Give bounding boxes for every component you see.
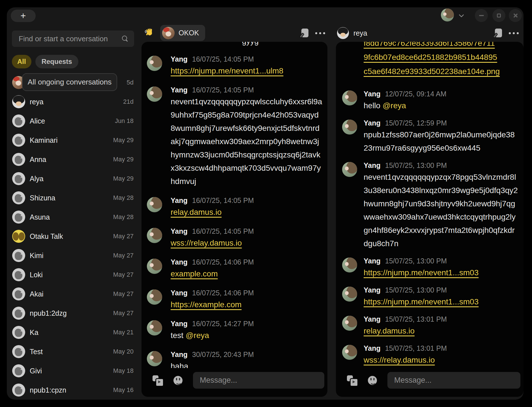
message-author-avatar[interactable] xyxy=(342,316,357,331)
clipped-message-link: f8dd769c762fe83393d6f13586/7e7119fc6b07e… xyxy=(364,42,518,79)
notes-icon[interactable] xyxy=(495,29,502,37)
media-attachment-icon[interactable] xyxy=(347,375,357,386)
more-options-icon[interactable] xyxy=(509,32,519,34)
message-author[interactable]: Yang xyxy=(171,350,188,359)
conversation-date: 21d xyxy=(123,98,134,105)
conversation-list-item[interactable]: Alya May 29 xyxy=(7,169,141,188)
user-mention[interactable]: @reya xyxy=(186,331,209,340)
message-link[interactable]: example.com xyxy=(171,269,218,278)
message-author[interactable]: Yang xyxy=(171,196,188,205)
chat-message: Yang 12/07/25, 09:14 AM hello @reya xyxy=(342,90,518,112)
chat-title-user[interactable]: reya xyxy=(337,27,367,39)
message-author-avatar[interactable] xyxy=(147,56,162,71)
conversation-date: May 27 xyxy=(113,271,134,278)
message-author-avatar[interactable] xyxy=(342,345,357,360)
chat-message: Yang 16/07/25, 14:06 PM example.com xyxy=(147,258,322,280)
message-input[interactable] xyxy=(387,372,520,389)
conversation-list-item[interactable]: Shizuna May 28 xyxy=(7,188,141,207)
conversation-list-item[interactable]: Otaku Talk May 27 xyxy=(7,227,141,246)
message-composer xyxy=(336,368,524,394)
message-author[interactable]: Yang xyxy=(364,90,381,98)
conversation-list-item[interactable]: npub1:cpzn May 16 xyxy=(7,380,141,400)
new-conversation-button[interactable]: + xyxy=(11,10,36,22)
emoji-icon[interactable] xyxy=(368,376,377,385)
message-text: https://njump.me/nevent1...sm03 xyxy=(364,295,479,308)
conversation-date: May 20 xyxy=(113,348,134,355)
message-link[interactable]: https://example.com xyxy=(171,300,242,309)
conversation-list-item[interactable]: Akai May 27 xyxy=(7,284,141,304)
chat-title: reya xyxy=(353,29,367,37)
message-link[interactable]: wss://relay.damus.io xyxy=(171,239,242,247)
message-link[interactable]: https://njump.me/nevent1...sm03 xyxy=(364,268,479,277)
message-input[interactable] xyxy=(193,372,324,389)
message-link[interactable]: f8dd769c762fe83393d6f13586/7e711 xyxy=(364,42,495,47)
conversation-date: May 16 xyxy=(113,386,134,394)
message-author[interactable]: Yang xyxy=(364,161,381,170)
message-link[interactable]: relay.damus.io xyxy=(171,208,222,217)
tab-requests[interactable]: Requests xyxy=(35,55,78,68)
conversation-avatar xyxy=(12,345,25,358)
conversation-date: May 18 xyxy=(113,367,134,374)
conversation-list-item[interactable]: Test May 20 xyxy=(7,342,141,361)
conversation-list-item[interactable]: Anna May 29 xyxy=(7,150,141,169)
message-author-avatar[interactable] xyxy=(342,287,357,302)
conversation-name: Ka xyxy=(30,328,109,337)
conversation-list-item[interactable]: npub1:2dzg May 27 xyxy=(7,304,141,323)
conversation-list-item[interactable]: Alice Jun 18 xyxy=(7,111,141,131)
message-author-avatar[interactable] xyxy=(147,228,162,243)
message-author-avatar[interactable] xyxy=(342,257,357,272)
message-author-avatar[interactable] xyxy=(342,90,357,105)
emoji-icon[interactable] xyxy=(173,376,183,385)
tab-all[interactable]: All xyxy=(12,55,31,68)
chat-title-pill[interactable]: OKOK xyxy=(160,25,205,41)
message-author-avatar[interactable] xyxy=(147,289,162,305)
message-author[interactable]: Yang xyxy=(171,86,188,94)
message-author[interactable]: Yang xyxy=(171,320,188,328)
message-author-avatar[interactable] xyxy=(342,120,357,135)
message-author[interactable]: Yang xyxy=(364,119,381,127)
message-text: wss://relay.damus.io xyxy=(364,353,447,367)
more-options-icon[interactable] xyxy=(315,32,325,34)
conversation-list-item[interactable]: Ka May 21 xyxy=(7,323,141,342)
message-plain-text: npub1zfss807aer0j26mwp2la0ume0jqde3823rm… xyxy=(364,130,515,152)
message-link[interactable]: c5ae6f482e93933d502238ae104e.png xyxy=(364,67,500,76)
search-input[interactable] xyxy=(19,34,122,43)
message-author[interactable]: Yang xyxy=(171,258,188,266)
conversation-date: May 28 xyxy=(113,194,134,202)
conversation-list-item[interactable]: Kimi May 27 xyxy=(7,246,141,265)
conversation-list-item[interactable]: Kaminari May 29 xyxy=(7,131,141,150)
message-author[interactable]: Yang xyxy=(171,227,188,235)
message-author[interactable]: Yang xyxy=(364,315,381,323)
conversation-list-item[interactable]: reya 21d xyxy=(7,92,141,111)
message-link[interactable]: 9fc6b07ed8ce6d251882b9851b44895 xyxy=(364,53,497,62)
message-link[interactable]: wss://relay.damus.io xyxy=(364,356,435,364)
message-author-avatar[interactable] xyxy=(342,162,357,177)
conversation-list-item[interactable]: Loki May 27 xyxy=(7,265,141,284)
message-author[interactable]: Yang xyxy=(364,286,381,294)
message-author-avatar[interactable] xyxy=(147,320,162,335)
message-text: wss://relay.damus.io xyxy=(171,236,254,250)
message-author-avatar[interactable] xyxy=(147,197,162,212)
message-link[interactable]: https://njump.me/nevent1...ulm8 xyxy=(171,66,283,75)
message-link[interactable]: https://njump.me/nevent1...sm03 xyxy=(364,297,479,306)
message-author[interactable]: Yang xyxy=(171,55,188,63)
message-author[interactable]: Yang xyxy=(171,289,188,297)
message-timestamp: 15/07/25, 13:01 PM xyxy=(385,315,447,323)
message-text: https://example.com xyxy=(171,298,254,311)
message-author[interactable]: Yang xyxy=(364,344,381,352)
message-text: test @reya xyxy=(171,329,254,342)
media-attachment-icon[interactable] xyxy=(153,375,163,386)
message-plain-text: nevent1qvzqqqqqqypzqx78pgq53vlnzmdr8l3u3… xyxy=(364,173,518,248)
user-mention[interactable]: @reya xyxy=(383,101,406,110)
notes-icon[interactable] xyxy=(301,29,308,37)
message-timestamp: 15/07/25, 13:00 PM xyxy=(385,257,447,265)
message-link[interactable]: relay.damus.io xyxy=(364,326,415,335)
conversation-list-item[interactable]: Givi May 18 xyxy=(7,361,141,380)
conversation-list-item[interactable]: Asuna May 28 xyxy=(7,207,141,227)
message-author-avatar[interactable] xyxy=(147,259,162,274)
message-panel: f8dd769c762fe83393d6f13586/7e7119fc6b07e… xyxy=(336,42,524,397)
chat-title-avatar xyxy=(162,27,175,39)
message-author[interactable]: Yang xyxy=(364,257,381,265)
message-author-avatar[interactable] xyxy=(147,86,162,102)
message-author-avatar[interactable] xyxy=(147,351,162,366)
